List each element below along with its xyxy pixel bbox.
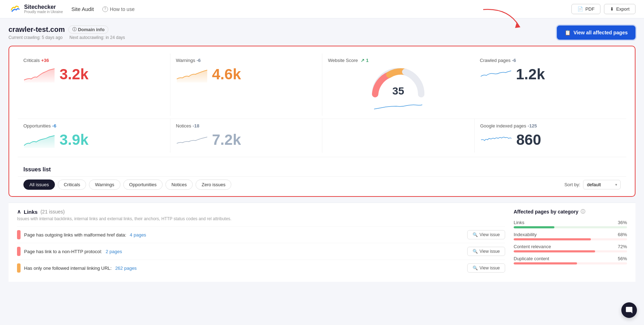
issue-left: Has only one followed internal linking U… bbox=[17, 263, 137, 273]
domain-info-badge[interactable]: ⓘ Domain info bbox=[68, 25, 108, 34]
pdf-button[interactable]: 📄 PDF bbox=[571, 4, 600, 14]
affected-indexability-label-row: Indexability 68% bbox=[514, 232, 627, 237]
filter-all-issues[interactable]: All issues bbox=[23, 179, 55, 190]
opportunities-value: 3.9k bbox=[60, 131, 89, 148]
view-affected-button[interactable]: 📋 View all affected pages bbox=[557, 25, 635, 40]
domain-name: crawler-test.com bbox=[9, 25, 65, 34]
affected-indexability-pct: 68% bbox=[618, 232, 627, 237]
issues-list-title: Issues list bbox=[18, 162, 626, 176]
warnings-stat[interactable]: Warnings -6 4.6k bbox=[170, 53, 322, 116]
opportunities-stat[interactable]: Opportunities -6 3.9k bbox=[18, 119, 170, 153]
filter-zero-issues[interactable]: Zero issues bbox=[196, 179, 231, 190]
warnings-change: -6 bbox=[197, 58, 201, 63]
filter-warnings[interactable]: Warnings bbox=[89, 179, 120, 190]
indexability-bar-track bbox=[514, 238, 627, 240]
gauge-container: 35 bbox=[370, 66, 426, 98]
stats-bottom-grid: Opportunities -6 3.9k Notices -18 bbox=[18, 119, 626, 153]
duplicate-bar-fill bbox=[514, 262, 577, 264]
affected-links-label: Links bbox=[514, 220, 524, 225]
opportunities-value-row: 3.9k bbox=[23, 131, 164, 148]
criticals-value-row: 3.2k bbox=[23, 66, 164, 83]
warnings-value-row: 4.6k bbox=[176, 66, 317, 83]
affected-duplicate-label: Duplicate content bbox=[514, 256, 549, 261]
sort-wrapper: default alphabetical count bbox=[583, 180, 621, 189]
crawled-pages-label: Crawled pages -6 bbox=[480, 58, 621, 63]
logo-text: Sitechecker Proudly made in Ukraine bbox=[24, 4, 63, 15]
issue-pages-count: 262 pages bbox=[115, 266, 137, 271]
criticals-stat[interactable]: Criticals +36 3.2k bbox=[18, 53, 170, 116]
gauge-spacer bbox=[322, 119, 474, 153]
crawled-pages-change: -6 bbox=[512, 58, 516, 63]
info-circle-icon: ⓘ bbox=[581, 209, 585, 215]
filter-opportunities[interactable]: Opportunities bbox=[123, 179, 163, 190]
affected-links-label-row: Links 36% bbox=[514, 220, 627, 225]
links-issues-count: (21 issues) bbox=[40, 209, 64, 215]
view-issue-button[interactable]: 🔍 View issue bbox=[467, 247, 505, 256]
filter-pills: All issues Criticals Warnings Opportunit… bbox=[23, 179, 231, 190]
affected-links-row: Links 36% bbox=[514, 220, 627, 228]
google-indexed-value: 860 bbox=[516, 131, 541, 148]
issue-severity-dot bbox=[17, 230, 21, 239]
issue-text: Page has outgoing links with malformed h… bbox=[24, 232, 126, 238]
header-right: 📄 PDF ⬇ Export bbox=[571, 4, 635, 14]
logo-subtitle: Proudly made in Ukraine bbox=[24, 10, 63, 14]
view-issue-button[interactable]: 🔍 View issue bbox=[467, 230, 505, 239]
google-indexed-value-row: 860 bbox=[480, 131, 621, 148]
logo-area: Sitechecker Proudly made in Ukraine bbox=[9, 3, 63, 16]
issue-left: Page has link to a non-HTTP protocol: 2 … bbox=[17, 247, 122, 256]
affected-content-label: Content relevance bbox=[514, 244, 551, 249]
issue-left: Page has outgoing links with malformed h… bbox=[17, 230, 146, 239]
crawled-sparkline bbox=[480, 67, 512, 82]
links-bar-fill bbox=[514, 226, 554, 228]
links-title: Links bbox=[24, 209, 38, 215]
site-name-row: crawler-test.com ⓘ Domain info bbox=[9, 25, 131, 34]
google-indexed-sparkline bbox=[480, 132, 512, 148]
filter-criticals[interactable]: Criticals bbox=[58, 179, 86, 190]
svg-marker-1 bbox=[515, 22, 520, 28]
website-score-stat[interactable]: Website Score ↗ 1 bbox=[322, 53, 474, 116]
notices-change: -18 bbox=[193, 123, 199, 129]
nav-how-to-use[interactable]: ? How to use bbox=[102, 6, 135, 12]
crawling-status: Current crawling: 5 days ago bbox=[9, 35, 63, 40]
nav-site-audit[interactable]: Site Audit bbox=[72, 6, 94, 12]
search-icon: 🔍 bbox=[473, 232, 478, 237]
links-bar-track bbox=[514, 226, 627, 228]
issue-row: Page has outgoing links with malformed h… bbox=[17, 226, 505, 243]
sort-select[interactable]: default alphabetical count bbox=[583, 180, 621, 189]
next-crawl: Next autocrawling: in 24 days bbox=[69, 35, 125, 40]
indexability-bar-fill bbox=[514, 238, 591, 240]
view-issue-button[interactable]: 🔍 View issue bbox=[467, 263, 505, 273]
help-circle-icon: ? bbox=[102, 6, 108, 12]
notices-label: Notices -18 bbox=[176, 123, 317, 129]
score-trend-sparkline bbox=[373, 99, 423, 112]
notices-stat[interactable]: Notices -18 7.2k bbox=[170, 119, 322, 153]
affected-indexability-label: Indexability bbox=[514, 232, 537, 237]
issue-text: Page has link to a non-HTTP protocol: bbox=[24, 249, 102, 254]
issues-list-section: Issues list All issues Criticals Warning… bbox=[18, 157, 626, 196]
affected-duplicate-row: Duplicate content 56% bbox=[514, 256, 627, 264]
export-icon: ⬇ bbox=[610, 6, 614, 12]
links-section: ∧ Links (21 issues) Issues with internal… bbox=[17, 209, 505, 276]
crawled-pages-value: 1.2k bbox=[516, 66, 545, 83]
warnings-sparkline bbox=[176, 67, 208, 82]
info-icon: ⓘ bbox=[72, 27, 77, 33]
main-content: crawler-test.com ⓘ Domain info Current c… bbox=[0, 18, 644, 289]
issue-text: Has only one followed internal linking U… bbox=[24, 266, 112, 271]
affected-duplicate-label-row: Duplicate content 56% bbox=[514, 256, 627, 261]
issue-pages-count: 2 pages bbox=[106, 249, 122, 254]
links-header: ∧ Links (21 issues) bbox=[17, 209, 505, 215]
issue-severity-dot bbox=[17, 263, 21, 273]
criticals-label: Criticals +36 bbox=[23, 58, 164, 63]
document-icon: 📋 bbox=[565, 30, 571, 35]
filter-notices[interactable]: Notices bbox=[165, 179, 193, 190]
content-bar-track bbox=[514, 250, 627, 252]
crawled-pages-value-row: 1.2k bbox=[480, 66, 621, 83]
site-meta: Current crawling: 5 days ago Next autocr… bbox=[9, 35, 131, 40]
google-indexed-stat[interactable]: Google indexed pages -125 860 bbox=[474, 119, 627, 153]
crawled-pages-stat[interactable]: Crawled pages -6 1.2k bbox=[474, 53, 627, 116]
site-info-left: crawler-test.com ⓘ Domain info Current c… bbox=[9, 25, 131, 40]
duplicate-bar-track bbox=[514, 262, 627, 264]
export-button[interactable]: ⬇ Export bbox=[604, 4, 635, 14]
google-indexed-label: Google indexed pages -125 bbox=[480, 123, 621, 129]
opportunities-sparkline bbox=[23, 132, 55, 148]
